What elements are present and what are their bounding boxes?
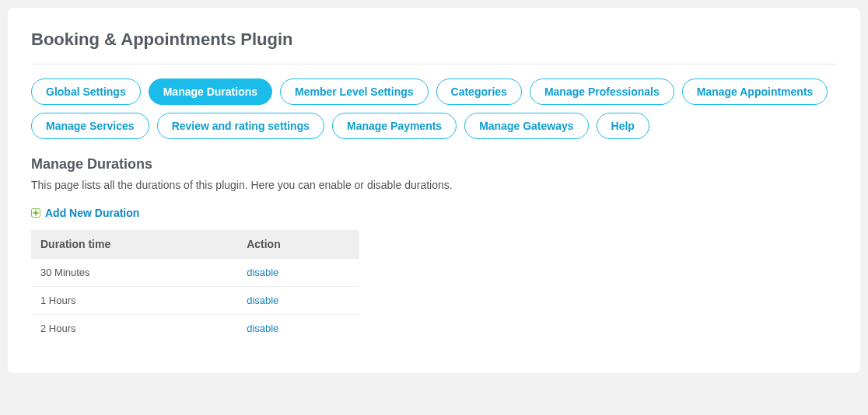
table-row: 1 Hoursdisable xyxy=(31,287,359,315)
table-row: 2 Hoursdisable xyxy=(31,315,359,343)
tab-label: Manage Appointments xyxy=(697,85,814,98)
disable-link[interactable]: disable xyxy=(247,267,278,278)
main-panel: Booking & Appointments Plugin Global Set… xyxy=(8,8,860,373)
action-cell: disable xyxy=(237,287,359,315)
tab-categories[interactable]: Categories xyxy=(436,78,522,105)
tab-label: Global Settings xyxy=(46,85,126,98)
tab-label: Manage Professionals xyxy=(544,85,660,98)
section-description: This page lists all the durations of thi… xyxy=(31,179,837,191)
tab-label: Manage Payments xyxy=(347,120,442,132)
tab-help[interactable]: Help xyxy=(597,113,649,139)
plus-icon xyxy=(31,208,40,218)
disable-link[interactable]: disable xyxy=(247,295,278,306)
divider xyxy=(31,64,837,65)
add-new-duration-link[interactable]: Add New Duration xyxy=(31,207,139,219)
tab-manage-services[interactable]: Manage Services xyxy=(31,113,149,139)
duration-cell: 1 Hours xyxy=(31,287,237,315)
tab-list: Global SettingsManage DurationsMember Le… xyxy=(31,78,837,139)
col-duration-header: Duration time xyxy=(31,230,237,259)
action-cell: disable xyxy=(237,315,359,343)
tab-manage-payments[interactable]: Manage Payments xyxy=(332,113,457,139)
tab-manage-appointments[interactable]: Manage Appointments xyxy=(682,78,828,105)
tab-manage-professionals[interactable]: Manage Professionals xyxy=(530,78,674,105)
action-cell: disable xyxy=(237,259,359,287)
tab-label: Member Level Settings xyxy=(295,85,414,98)
tab-manage-gateways[interactable]: Manage Gateways xyxy=(464,113,588,139)
disable-link[interactable]: disable xyxy=(247,323,278,334)
tab-label: Review and rating settings xyxy=(172,120,310,132)
durations-table: Duration time Action 30 Minutesdisable1 … xyxy=(31,230,359,342)
table-row: 30 Minutesdisable xyxy=(31,259,359,287)
tab-manage-durations[interactable]: Manage Durations xyxy=(149,78,272,105)
section-title: Manage Durations xyxy=(31,156,837,173)
add-new-duration-label: Add New Duration xyxy=(45,207,139,219)
page-title: Booking & Appointments Plugin xyxy=(31,30,837,50)
tab-label: Manage Durations xyxy=(163,85,257,98)
tab-label: Help xyxy=(611,120,635,132)
tab-label: Categories xyxy=(451,85,507,98)
tab-member-level-settings[interactable]: Member Level Settings xyxy=(280,78,429,105)
tab-global-settings[interactable]: Global Settings xyxy=(31,78,141,105)
tab-label: Manage Services xyxy=(46,120,135,132)
col-action-header: Action xyxy=(237,230,359,259)
tab-review-and-rating-settings[interactable]: Review and rating settings xyxy=(157,113,324,139)
duration-cell: 30 Minutes xyxy=(31,259,237,287)
svg-rect-2 xyxy=(33,212,39,214)
tab-label: Manage Gateways xyxy=(479,120,573,132)
duration-cell: 2 Hours xyxy=(31,315,237,343)
